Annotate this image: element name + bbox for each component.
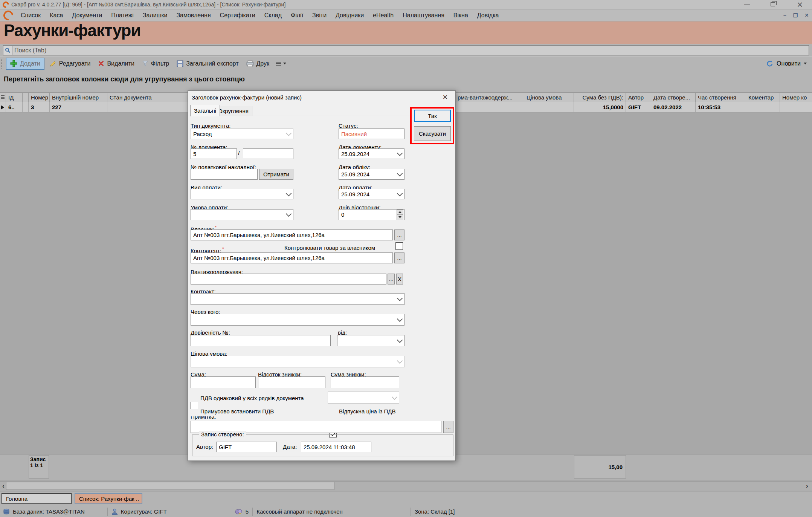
cell-number-k[interactable] bbox=[780, 102, 812, 113]
column-header-id[interactable]: ІД bbox=[6, 92, 23, 102]
menu-zvity[interactable]: Звіти bbox=[308, 12, 331, 19]
pay-cond-combo[interactable] bbox=[191, 209, 293, 220]
menu-spysok[interactable]: Список bbox=[16, 12, 45, 19]
menu-zamovlennya[interactable]: Замовлення bbox=[172, 12, 215, 19]
menu-filii[interactable]: Філії bbox=[286, 12, 308, 19]
via-combo[interactable] bbox=[191, 314, 404, 326]
owner-browse-button[interactable]: ... bbox=[394, 229, 404, 240]
delete-button[interactable]: Видалити bbox=[94, 58, 138, 69]
menu-vikna[interactable]: Вікна bbox=[449, 12, 473, 19]
pay-type-combo[interactable] bbox=[191, 189, 293, 199]
filter-button[interactable]: Фільтр bbox=[138, 58, 173, 69]
cell-created-date[interactable]: 09.02.2022 bbox=[651, 102, 696, 113]
contragent-input[interactable]: Апт №003 пгт.Барышевка, ул.Киевский шлях… bbox=[191, 252, 393, 263]
scrollbar-thumb[interactable] bbox=[6, 482, 334, 490]
cell-comment[interactable] bbox=[746, 102, 780, 113]
delay-days-stepper[interactable]: 0 bbox=[339, 209, 404, 220]
scroll-right-icon[interactable]: › bbox=[806, 482, 808, 490]
dialog-close-icon[interactable]: × bbox=[440, 92, 451, 102]
tab-invoice-list[interactable]: Список: Рахунки-фак .. bbox=[75, 493, 142, 504]
tax-number-input[interactable] bbox=[191, 169, 258, 180]
menu-zalyshky[interactable]: Залишки bbox=[138, 12, 172, 19]
column-header-price-cond[interactable]: Цінова умова bbox=[524, 92, 574, 102]
column-header-created-time[interactable]: Час створення bbox=[696, 92, 746, 102]
contragent-browse-button[interactable]: ... bbox=[394, 252, 404, 263]
doc-number2-input[interactable] bbox=[243, 148, 293, 159]
acc-date-combo[interactable]: 25.09.2024 bbox=[339, 169, 404, 180]
cell-number[interactable]: 3 bbox=[29, 102, 50, 113]
cell-blank[interactable] bbox=[23, 102, 29, 113]
contract-combo[interactable] bbox=[191, 293, 404, 305]
cell-id[interactable]: 6.. bbox=[6, 102, 23, 113]
app-logo-icon bbox=[2, 0, 11, 9]
doc-date-combo[interactable]: 25.09.2024 bbox=[339, 148, 404, 159]
column-header-blank[interactable] bbox=[23, 92, 29, 102]
search-input[interactable]: Поиск (Tab) bbox=[3, 45, 809, 55]
pay-date-combo[interactable]: 25.09.2024 bbox=[339, 189, 404, 199]
menu-dovidka[interactable]: Довідка bbox=[473, 12, 504, 19]
column-header-internal[interactable]: Внутрішній номер bbox=[50, 92, 107, 102]
vat-rate-combo[interactable] bbox=[328, 392, 399, 404]
minimize-icon[interactable]: — bbox=[744, 0, 750, 8]
menu-platezhi[interactable]: Платежі bbox=[107, 12, 138, 19]
get-button[interactable]: Отримати bbox=[259, 169, 293, 180]
menu-dokumenty[interactable]: Документи bbox=[67, 12, 107, 19]
menu-nalashtuvannya[interactable]: Налаштування bbox=[398, 12, 449, 19]
discount-sum-input[interactable] bbox=[331, 376, 399, 388]
control-by-owner-checkbox[interactable] bbox=[395, 242, 403, 250]
vat-same-checkbox[interactable] bbox=[191, 402, 198, 409]
tab-rounding[interactable]: Округлення bbox=[214, 106, 252, 116]
from-combo[interactable] bbox=[337, 335, 404, 346]
add-button[interactable]: Додати bbox=[6, 58, 44, 70]
owner-input[interactable]: Апт №003 пгт.Барышевка, ул.Киевский шлях… bbox=[191, 229, 393, 240]
refresh-button[interactable]: Оновити bbox=[766, 60, 812, 67]
cell-author[interactable]: GIFT bbox=[626, 102, 651, 113]
note-browse-button[interactable]: ... bbox=[443, 421, 453, 433]
menu-dovidnyky[interactable]: Довідники bbox=[331, 12, 368, 19]
counter-status: 5 bbox=[235, 508, 249, 515]
consignee-input[interactable] bbox=[191, 274, 386, 285]
layout-menu-button[interactable] bbox=[273, 61, 289, 66]
mdi-close-icon[interactable]: × bbox=[802, 11, 811, 20]
chevron-down-icon bbox=[397, 295, 403, 301]
cell-internal[interactable]: 227 bbox=[50, 102, 107, 113]
menu-sertyfikaty[interactable]: Сертифікати bbox=[215, 12, 260, 19]
column-header-created-date[interactable]: Дата створе... bbox=[651, 92, 696, 102]
proxy-input[interactable] bbox=[191, 335, 331, 346]
cell-price-cond[interactable] bbox=[524, 102, 574, 113]
column-header-comment[interactable]: Коментар bbox=[746, 92, 780, 102]
consignee-clear-button[interactable]: X bbox=[396, 274, 403, 285]
column-header-number-k[interactable]: Номер ко bbox=[780, 92, 812, 102]
scroll-left-icon[interactable]: ‹ bbox=[2, 482, 5, 490]
spinner-down-icon[interactable] bbox=[397, 215, 403, 220]
doc-number-input[interactable]: 5 bbox=[191, 148, 237, 159]
column-header-author[interactable]: Автор bbox=[626, 92, 651, 102]
tab-home[interactable]: Головна bbox=[2, 493, 72, 504]
print-button[interactable]: Друк bbox=[243, 58, 273, 69]
edit-button[interactable]: Редагувати bbox=[46, 58, 95, 69]
column-header-sum[interactable]: Сума без ПДВ): bbox=[574, 92, 626, 102]
restore-icon[interactable] bbox=[771, 2, 775, 6]
consignee-browse-button[interactable]: ... bbox=[388, 274, 395, 285]
cell-consignee[interactable] bbox=[455, 102, 524, 113]
export-button[interactable]: Загальний експорт bbox=[173, 58, 242, 69]
menu-sklad[interactable]: Склад bbox=[260, 12, 286, 19]
menu-ehealth[interactable]: eHealth bbox=[368, 12, 398, 19]
column-header-consignee[interactable]: рма-вантажоодерж... bbox=[455, 92, 524, 102]
sum-input[interactable] bbox=[191, 376, 256, 388]
column-header-number[interactable]: Номер bbox=[29, 92, 50, 102]
spinner-up-icon[interactable] bbox=[397, 210, 403, 215]
cell-sum[interactable]: 15,0000 bbox=[574, 102, 626, 113]
price-cond-combo[interactable] bbox=[191, 356, 404, 367]
doc-type-combo[interactable]: Расход bbox=[191, 128, 293, 139]
menu-kasa[interactable]: Каса bbox=[45, 12, 67, 19]
column-menu-header[interactable] bbox=[0, 92, 6, 102]
annotation-highlight bbox=[410, 107, 454, 144]
discount-pct-input[interactable] bbox=[258, 376, 325, 388]
cell-created-time[interactable]: 10:35:53 bbox=[696, 102, 746, 113]
mdi-restore-icon[interactable]: ❐ bbox=[791, 11, 800, 20]
close-icon[interactable]: × bbox=[797, 0, 803, 9]
search-placeholder: Поиск (Tab) bbox=[14, 47, 46, 54]
tab-general[interactable]: Загальні bbox=[190, 105, 220, 116]
mdi-minimize-icon[interactable]: – bbox=[780, 11, 789, 20]
